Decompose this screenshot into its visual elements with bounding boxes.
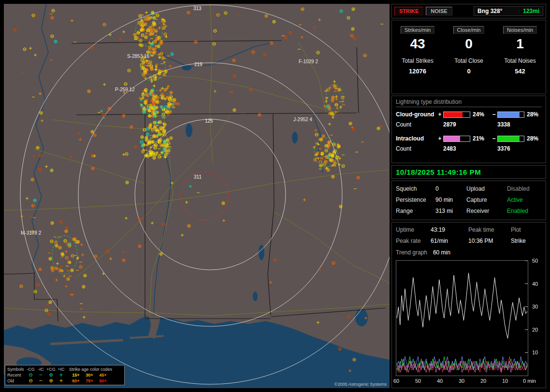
storm-cell-label: S-2853 16 — [127, 54, 150, 59]
strike-symbol — [161, 18, 164, 21]
strike-symbol — [188, 224, 190, 227]
strike-symbol — [142, 150, 145, 153]
legend-age-code: 15+ — [69, 373, 83, 378]
strike-symbol — [119, 38, 122, 41]
minus-sign: − — [491, 135, 497, 142]
bearing-readout: Bng 328° 123mi — [474, 6, 543, 16]
strike-symbol — [31, 204, 34, 207]
storm-cell-label: F-1029 2 — [299, 59, 318, 64]
strike-symbol — [313, 26, 316, 28]
strike-symbol — [145, 36, 147, 39]
strike-symbol — [342, 165, 345, 168]
ic-minus-count: 3376 — [491, 145, 542, 152]
strike-symbol — [162, 27, 165, 29]
strike-symbol — [145, 11, 148, 14]
range-ring-label: 219 — [194, 62, 203, 67]
strikes-counter-column: Strikes/min 43 Total Strikes 12076 — [392, 20, 443, 94]
strike-symbol — [82, 285, 85, 288]
strike-symbol — [187, 11, 190, 14]
strike-symbol — [347, 315, 350, 318]
strike-symbol — [45, 165, 48, 168]
legend-symbol-glyph: + — [56, 373, 66, 378]
strike-symbol — [146, 133, 149, 136]
squelch-value: 0 — [435, 185, 466, 192]
strike-symbol — [325, 155, 328, 158]
strike-symbol — [109, 257, 112, 260]
strike-symbol — [139, 39, 142, 42]
cg-minus-percent: 28% — [524, 111, 542, 118]
legend-symbol-glyph: ⊕ — [46, 373, 56, 378]
close-per-min-header[interactable]: Close/min — [453, 26, 485, 34]
strike-symbol — [126, 181, 129, 184]
strike-symbol — [128, 69, 130, 72]
strike-symbol — [284, 36, 287, 39]
strike-symbol — [122, 30, 125, 33]
strike-symbol — [149, 124, 152, 127]
strike-symbol — [49, 301, 52, 304]
strike-symbol — [54, 40, 57, 43]
strike-symbol — [65, 285, 68, 288]
legend-age-title: Strike age color codes — [66, 367, 122, 372]
total-close-value: 0 — [467, 68, 470, 75]
session-grid: Uptime 43:19 Peak time Plot Peak rate 61… — [396, 226, 542, 244]
peak-rate-value: 61/min — [431, 238, 468, 244]
range-label: Range — [396, 208, 435, 214]
strike-symbol — [151, 222, 154, 224]
strike-symbol — [159, 133, 161, 136]
noises-per-min-header[interactable]: Noises/min — [503, 26, 537, 34]
settings-panel: Squelch 0 Upload Disabled Persistence 90… — [391, 181, 546, 220]
strike-symbol — [49, 257, 52, 260]
strike-symbol — [63, 275, 66, 278]
strike-symbol — [41, 119, 43, 122]
strike-symbol — [213, 42, 216, 45]
strike-symbol — [338, 157, 341, 160]
strike-symbol — [65, 250, 68, 253]
storm-cell-outlines — [52, 17, 343, 274]
strike-symbol — [313, 146, 316, 149]
storm-cell-label: J-2952 4 — [293, 117, 312, 122]
strike-symbol — [102, 272, 105, 275]
squelch-label: Squelch — [396, 185, 435, 192]
ic-minus-bar — [497, 136, 524, 142]
strike-symbol — [145, 32, 148, 35]
strike-symbol — [122, 251, 125, 253]
ic-plus-count: 2483 — [436, 145, 491, 152]
strike-symbol — [26, 197, 29, 200]
distribution-title: Lightning type distribution — [396, 98, 542, 107]
strike-symbol — [106, 250, 109, 253]
strike-toggle-button[interactable]: STRIKE — [394, 7, 423, 15]
strike-symbol — [155, 68, 158, 71]
strike-symbol — [51, 16, 54, 19]
trend-graph-label: Trend graph — [396, 249, 427, 256]
lightning-map[interactable]: 313219125311S-2853 16P-259 12F-1029 2J-2… — [4, 4, 390, 388]
strike-symbol — [39, 92, 42, 95]
strike-symbol — [52, 9, 55, 12]
legend-col-header: +CG — [46, 367, 56, 372]
trend-x-label: 20 — [475, 378, 492, 384]
noise-toggle-button[interactable]: NOISE — [426, 7, 452, 15]
strike-symbol — [55, 279, 58, 281]
total-strikes-value: 12076 — [409, 68, 426, 75]
session-panel: Uptime 43:19 Peak time Plot Peak rate 61… — [391, 222, 546, 388]
strike-symbol — [65, 230, 68, 233]
strike-symbol — [39, 168, 42, 171]
cg-count-label: Count — [396, 121, 436, 128]
distribution-panel: Lightning type distribution Cloud-ground… — [391, 96, 546, 163]
noises-counter-column: Noises/min 1 Total Noises 542 — [494, 20, 546, 94]
strike-symbol — [84, 274, 87, 277]
strike-symbol — [170, 91, 173, 94]
strike-symbol — [47, 312, 50, 315]
strike-symbol — [332, 96, 334, 99]
strike-symbol — [141, 20, 144, 23]
strike-symbol — [70, 155, 72, 158]
legend-symbol-glyph: ⊖ — [26, 378, 36, 383]
strikes-per-min-header[interactable]: Strikes/min — [401, 26, 434, 34]
strike-symbol — [352, 8, 355, 11]
noises-per-min-value: 1 — [516, 36, 524, 52]
strike-symbol — [23, 48, 26, 51]
strike-symbol — [50, 240, 53, 243]
legend-symbol-glyph: ⊖ — [26, 373, 36, 378]
upload-label: Upload — [466, 185, 507, 192]
peak-rate-label: Peak rate — [396, 238, 431, 244]
legend-age-code: 90+ — [96, 378, 110, 383]
